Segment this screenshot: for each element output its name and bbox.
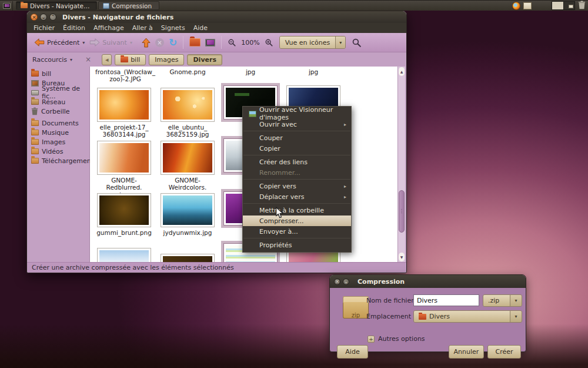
dialog-close-button[interactable] (334, 279, 340, 285)
menu-item-rename: Renommer... (243, 167, 351, 178)
workspace-1[interactable] (552, 2, 563, 9)
cancel-button[interactable]: Annuler (449, 345, 484, 359)
menu-signets[interactable]: Signets (157, 24, 189, 32)
taskbar-item-file-manager[interactable]: Divers - Navigateur de... (16, 1, 97, 10)
desktop-icon (31, 80, 39, 87)
breadcrumb-images[interactable]: Images (149, 54, 184, 65)
sidebar-item-documents[interactable]: Documents (27, 118, 89, 128)
file-item[interactable]: Gnome.png (157, 67, 218, 76)
compression-dialog: Compression zip Nom de fichier : Divers … (329, 274, 526, 352)
maximize-button[interactable] (49, 14, 56, 21)
zoom-in-button[interactable] (262, 35, 276, 50)
scroll-down-arrow[interactable] (399, 253, 405, 261)
menubar: Fichier Édition Affichage Aller à Signet… (27, 23, 406, 33)
dialog-minimize-button[interactable] (343, 279, 349, 285)
menu-item-properties[interactable]: Propriétés (243, 240, 351, 250)
image-viewer-icon (249, 111, 256, 117)
menu-aller-a[interactable]: Aller à (128, 24, 157, 32)
file-item[interactable]: elle_projekt-17_ 36803144.jpg (93, 88, 155, 138)
file-item[interactable]: GNOME-Redblurred. jpg (93, 141, 155, 199)
menu-item-open-with-viewer[interactable]: Ouvrir avec Visionneur d'images (243, 108, 351, 119)
sidebar-item-filesystem[interactable]: Système de fic... (27, 88, 89, 97)
menu-item-copy-to[interactable]: Copier vers (243, 181, 351, 191)
sidebar-item-videos[interactable]: Vidéos (27, 147, 89, 156)
close-button[interactable] (31, 14, 38, 21)
submenu-arrow-icon (344, 184, 346, 189)
menu-edition[interactable]: Édition (59, 24, 89, 32)
menu-affichage[interactable]: Affichage (89, 24, 128, 32)
file-item[interactable]: gummi_brunt.png (93, 193, 155, 237)
scroll-up-arrow[interactable] (399, 67, 405, 76)
menu-item-move-to-trash[interactable]: Mettre à la corbeille (243, 205, 351, 216)
forward-button[interactable]: Suivant (87, 35, 135, 50)
menu-item-make-links[interactable]: Créer des liens (243, 157, 351, 167)
close-sidebar-icon[interactable] (85, 55, 91, 64)
taskbar-item-compression[interactable]: Compression (98, 1, 159, 10)
menu-item-open-with[interactable]: Ouvrir avec (243, 119, 351, 130)
filename-input[interactable]: Divers (413, 294, 479, 306)
firefox-icon[interactable] (512, 2, 520, 10)
image-icon[interactable] (523, 2, 532, 9)
extension-dropdown[interactable]: .zip (483, 294, 522, 307)
show-desktop-button[interactable] (1, 1, 13, 11)
menu-item-compress[interactable]: Compresser... (243, 216, 351, 226)
sidebar-item-corbeille[interactable]: Corbeille (27, 107, 89, 116)
file-item[interactable] (93, 248, 155, 262)
file-item[interactable] (157, 254, 218, 262)
menu-fichier[interactable]: Fichier (29, 24, 59, 32)
folder-icon (31, 148, 39, 154)
computer-button[interactable] (203, 35, 218, 50)
folder-icon (21, 3, 28, 8)
breadcrumb-scroll-left[interactable] (102, 54, 112, 65)
zoom-level: 100% (241, 39, 259, 47)
menu-separator (243, 131, 350, 131)
reload-button[interactable] (166, 35, 179, 50)
search-button[interactable] (349, 35, 364, 50)
file-item[interactable]: jpg (283, 67, 344, 76)
minimize-button[interactable] (40, 14, 47, 21)
sidebar-item-home[interactable]: bill (27, 69, 89, 78)
up-button[interactable] (139, 35, 153, 50)
menu-item-send-to[interactable]: Envoyer à... (243, 226, 351, 237)
location-dropdown[interactable]: Divers (413, 310, 522, 323)
sidebar-item-images[interactable]: Images (27, 137, 89, 147)
trash-icon[interactable] (578, 1, 586, 11)
shortcuts-dropdown[interactable]: Raccourcis (31, 56, 72, 64)
location-label: Emplacement : (366, 313, 415, 320)
dialog-titlebar[interactable]: Compression (330, 275, 526, 288)
file-item[interactable]: elle_ubuntu_ 36825159.jpg (157, 88, 218, 138)
other-options-expander[interactable]: Autres options (368, 335, 425, 343)
archive-icon (103, 3, 109, 9)
vertical-scrollbar[interactable] (397, 67, 405, 262)
workspace-switcher[interactable] (552, 1, 575, 10)
file-item[interactable]: frontosa_(Wrocław_ zoo)-2.JPG (93, 67, 155, 83)
menu-item-cut[interactable]: Couper (243, 132, 351, 143)
view-mode-dropdown[interactable]: Vue en icônes (279, 36, 346, 49)
menu-item-copy[interactable]: Copier (243, 143, 351, 154)
menu-aide[interactable]: Aide (189, 24, 212, 32)
window-titlebar[interactable]: Divers - Navigateur de fichiers (27, 11, 406, 23)
workspace-2[interactable] (563, 2, 574, 9)
stop-button[interactable] (153, 35, 166, 50)
breadcrumb-bill[interactable]: bill (115, 54, 146, 65)
desktop-icon (3, 3, 11, 9)
home-button[interactable] (187, 35, 203, 50)
file-item[interactable]: jydyunwmix.jpg (157, 193, 218, 237)
help-button[interactable]: Aide (337, 345, 368, 359)
breadcrumb-divers[interactable]: Divers (187, 54, 222, 65)
chevron-down-icon (510, 311, 522, 322)
window-title: Divers - Navigateur de fichiers (62, 14, 173, 21)
submenu-arrow-icon (344, 194, 346, 200)
bottom-panel: Divers - Navigateur de... Compression (0, 0, 588, 11)
toolbar: Précédent Suivant 100% Vue en icônes (27, 33, 406, 52)
create-button[interactable]: Créer (487, 345, 521, 359)
sidebar-item-telechargements[interactable]: Téléchargements (27, 156, 89, 165)
file-item[interactable]: jpg (220, 67, 281, 76)
back-button[interactable]: Précédent (32, 35, 87, 50)
scrollbar-thumb[interactable] (399, 190, 405, 233)
network-folder-icon (31, 99, 39, 105)
sidebar-item-musique[interactable]: Musique (27, 128, 89, 137)
menu-item-move-to[interactable]: Déplacer vers (243, 191, 351, 202)
file-item[interactable]: GNOME-Weirdcolors. png (157, 141, 218, 199)
zoom-out-button[interactable] (225, 35, 239, 50)
